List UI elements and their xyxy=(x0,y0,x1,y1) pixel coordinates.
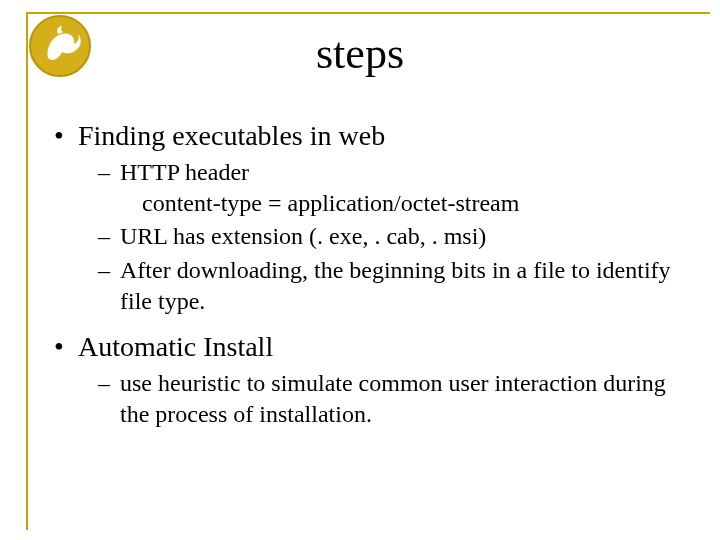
left-rule xyxy=(26,12,28,530)
bullet-label: After downloading, the beginning bits in… xyxy=(120,257,671,314)
slide-title: steps xyxy=(0,28,720,79)
bullet-subline: content-type = application/octet-stream xyxy=(120,188,690,219)
bullet-label: Automatic Install xyxy=(78,331,273,362)
bullet-level1: Automatic Install use heuristic to simul… xyxy=(52,329,690,430)
slide: steps Finding executables in web HTTP he… xyxy=(0,0,720,540)
bullet-level2: After downloading, the beginning bits in… xyxy=(98,255,690,317)
bullet-level1: Finding executables in web HTTP header c… xyxy=(52,118,690,317)
bullet-level2: HTTP header content-type = application/o… xyxy=(98,157,690,219)
bullet-label: HTTP header xyxy=(120,159,249,185)
bullet-level2: URL has extension (. exe, . cab, . msi) xyxy=(98,221,690,252)
top-rule xyxy=(26,12,710,14)
bullet-label: use heuristic to simulate common user in… xyxy=(120,370,666,427)
bullet-label: Finding executables in web xyxy=(78,120,385,151)
bullet-label: URL has extension (. exe, . cab, . msi) xyxy=(120,223,486,249)
slide-body: Finding executables in web HTTP header c… xyxy=(52,118,690,442)
bullet-level2: use heuristic to simulate common user in… xyxy=(98,368,690,430)
